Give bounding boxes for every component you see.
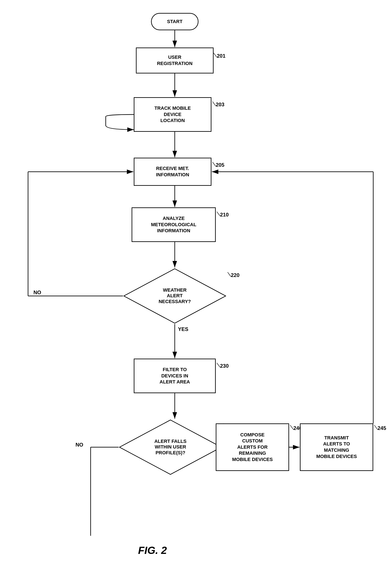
no-profile-label: NO: [75, 442, 83, 448]
alert-profile-label: ALERT FALLSWITHIN USERPROFILE(S)?: [154, 439, 186, 456]
no-weather-label: NO: [33, 289, 41, 296]
analyze-met-label: ANALYZEMETEOROLOGICALINFORMATION: [151, 215, 196, 234]
receive-met-shape: RECEIVE MET.INFORMATION: [134, 158, 211, 186]
user-registration-label: USERREGISTRATION: [157, 54, 193, 67]
user-registration-shape: USERREGISTRATION: [136, 47, 214, 74]
receive-met-label: RECEIVE MET.INFORMATION: [156, 165, 189, 178]
start-label: START: [167, 19, 182, 25]
ref-210: 210: [220, 212, 229, 218]
diagram-container: START USERREGISTRATION 201 TRACK MOBILED…: [0, 0, 392, 566]
ref-245: 245: [378, 425, 386, 431]
analyze-met-shape: ANALYZEMETEOROLOGICALINFORMATION: [132, 207, 216, 242]
compose-alerts-label: COMPOSECUSTOMALERTS FORREMAININGMOBILE D…: [232, 432, 273, 463]
track-mobile-label: TRACK MOBILEDEVICELOCATION: [154, 105, 191, 124]
filter-devices-shape: FILTER TODEVICES INALERT AREA: [134, 359, 216, 393]
weather-alert-diamond: WEATHERALERTNECESSARY?: [123, 268, 226, 324]
ref-230: 230: [220, 363, 229, 369]
start-shape: START: [151, 13, 198, 30]
ref-205: 205: [216, 162, 224, 168]
ref-220: 220: [231, 272, 239, 278]
ref-203: 203: [216, 102, 224, 108]
ref-201: 201: [217, 53, 225, 59]
yes-weather-label: YES: [178, 326, 188, 332]
transmit-alerts-label: TRANSMITALERTS TOMATCHINGMOBILE DEVICES: [316, 435, 357, 460]
compose-alerts-shape: COMPOSECUSTOMALERTS FORREMAININGMOBILE D…: [216, 423, 289, 471]
fig-label: FIG. 2: [138, 544, 167, 556]
alert-profile-diamond: ALERT FALLSWITHIN USERPROFILE(S)?: [119, 419, 222, 475]
track-mobile-shape: TRACK MOBILEDEVICELOCATION: [134, 97, 211, 132]
transmit-alerts-shape: TRANSMITALERTS TOMATCHINGMOBILE DEVICES: [300, 423, 373, 471]
weather-alert-label: WEATHERALERTNECESSARY?: [159, 287, 191, 304]
filter-devices-label: FILTER TODEVICES INALERT AREA: [160, 367, 190, 385]
